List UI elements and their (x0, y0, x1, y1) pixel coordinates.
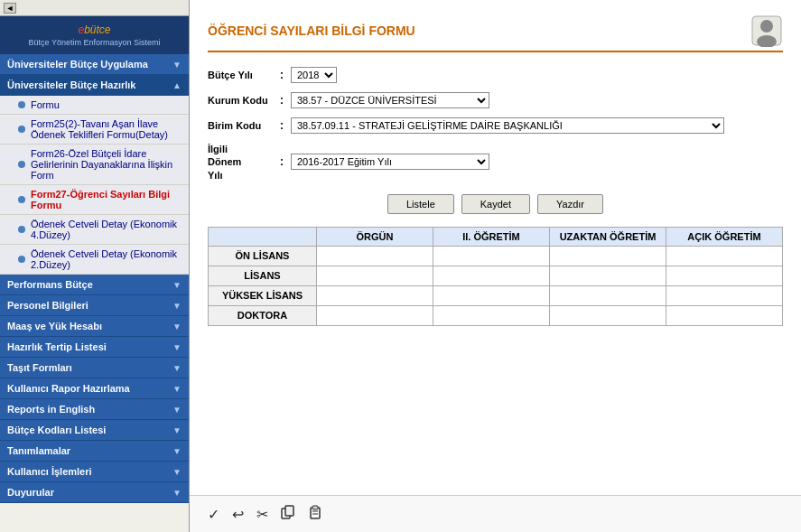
cell-onlisans-orgun[interactable] (317, 246, 433, 266)
toolbar-paste-button[interactable] (304, 503, 326, 525)
input-lisans-uzaktan[interactable] (557, 270, 658, 282)
table-header-orgun: ÖRGÜN (317, 227, 433, 246)
sidebar-item-label: Üniversiteler Bütçe Hazırlık (7, 79, 135, 90)
kurum-kodu-colon: : (280, 94, 284, 107)
dot-icon (18, 196, 25, 203)
input-onlisans-ii[interactable] (441, 250, 542, 262)
sidebar-sub-item-odenek2[interactable]: Ödenek Cetveli Detay (Ekonomik 2.Düzey) (0, 245, 189, 275)
cell-yuksek-orgun[interactable] (317, 285, 433, 305)
table-row: YÜKSEK LİSANS (209, 285, 783, 305)
butce-yili-row: Bütçe Yılı : 2018 2017 2019 (208, 67, 783, 83)
sidebar-sub-item-odenek4[interactable]: Ödenek Cetveli Detay (Ekonomik 4.Düzey) (0, 215, 189, 245)
chevron-down-icon: ▼ (172, 446, 182, 456)
dot-icon (18, 101, 25, 108)
sidebar-item-kullanici-islemleri[interactable]: Kullanıcı İşlemleri ▼ (0, 462, 189, 482)
cell-doktora-uzaktan[interactable] (550, 305, 666, 325)
main-content: ÖĞRENCİ SAYILARI BİLGİ FORMU Bütçe Yılı … (190, 0, 801, 532)
cell-yuksek-acik[interactable] (666, 285, 783, 305)
input-doktora-ii[interactable] (441, 310, 542, 322)
input-yuksek-ii[interactable] (441, 290, 542, 302)
sidebar-item-hazirlik-tertip[interactable]: Hazırlık Tertip Listesi ▼ (0, 337, 189, 358)
birim-kodu-colon: : (280, 119, 284, 132)
cell-onlisans-acik[interactable] (666, 246, 783, 266)
sidebar-item-label: Performans Bütçe (7, 279, 93, 290)
table-header-uzaktan: UZAKTAN ÖĞRETİM (550, 227, 666, 246)
sidebar-item-duyurular[interactable]: Duyurular ▼ (0, 482, 189, 503)
cell-yuksek-ii[interactable] (433, 285, 550, 305)
sidebar-sub-item-form26[interactable]: Form26-Özel Bütçeli İdare Gelirlerinin D… (0, 145, 189, 185)
toolbar-cut-button[interactable]: ✂ (253, 504, 272, 525)
toolbar-copy-button[interactable] (277, 503, 299, 525)
input-onlisans-uzaktan[interactable] (557, 250, 658, 262)
sidebar-item-label: Duyurular (7, 487, 54, 498)
chevron-down-icon: ▼ (172, 488, 182, 498)
cell-onlisans-uzaktan[interactable] (550, 246, 666, 266)
input-doktora-acik[interactable] (674, 310, 775, 322)
sidebar-item-label: Tanımlamalar (7, 445, 70, 456)
input-yuksek-orgun[interactable] (324, 290, 425, 302)
kurum-kodu-value: 38.57 - DÜZCE ÜNİVERSİTESİ (291, 92, 489, 108)
sidebar-item-kullanici-rapor[interactable]: Kullanıcı Rapor Hazırlama ▼ (0, 378, 189, 399)
cell-doktora-orgun[interactable] (317, 305, 433, 325)
form-title: ÖĞRENCİ SAYILARI BİLGİ FORMU (208, 14, 783, 52)
input-yuksek-uzaktan[interactable] (557, 290, 658, 302)
sidebar-item-label: Personel Bilgileri (7, 300, 88, 311)
chevron-down-icon: ▼ (172, 363, 182, 373)
sidebar-item-reports-english[interactable]: Reports in English ▼ (0, 399, 189, 420)
table-row: DOKTORA (209, 305, 783, 325)
table-header-acik: AÇIK ÖĞRETİM (666, 227, 783, 246)
input-lisans-acik[interactable] (674, 270, 775, 282)
birim-kodu-select[interactable]: 38.57.09.11 - STRATEJİ GELİŞTİRME DAİRE … (291, 117, 724, 134)
input-doktora-orgun[interactable] (324, 310, 425, 322)
sidebar-item-performans-butce[interactable]: Performans Bütçe ▼ (0, 275, 189, 295)
logo-area: ebütce Bütçe Yönetim Enformasyon Sistemi (0, 16, 189, 54)
sidebar-sub-item-formu[interactable]: Formu (0, 96, 189, 115)
chevron-down-icon: ▼ (172, 301, 182, 311)
kurum-kodu-select[interactable]: 38.57 - DÜZCE ÜNİVERSİTESİ (291, 92, 489, 108)
sidebar-item-univ-butce-hazirlik[interactable]: Üniversiteler Bütçe Hazırlık ▲ (0, 75, 189, 96)
ilgili-donem-select[interactable]: 2016-2017 Eğitim Yılı 2015-2016 Eğitim Y… (291, 154, 489, 170)
sidebar-item-personel-bilgileri[interactable]: Personel Bilgileri ▼ (0, 295, 189, 316)
ilgili-donem-colon: : (280, 155, 284, 168)
sub-item-label: Form27-Öğrenci Sayıları Bilgi Formu (31, 189, 182, 210)
input-yuksek-acik[interactable] (674, 290, 775, 302)
sidebar: ◄ ebütce Bütçe Yönetim Enformasyon Siste… (0, 0, 190, 532)
cell-lisans-acik[interactable] (666, 266, 783, 285)
birim-kodu-label: Birim Kodu (208, 120, 280, 131)
cell-lisans-orgun[interactable] (317, 266, 433, 285)
input-lisans-ii[interactable] (441, 270, 542, 282)
kaydet-button[interactable]: Kaydet (461, 194, 530, 214)
dot-icon (18, 226, 25, 233)
row-label-yukseklisans: YÜKSEK LİSANS (209, 285, 317, 305)
cell-lisans-uzaktan[interactable] (550, 266, 666, 285)
sidebar-item-tanimlamalar[interactable]: Tanımlamalar ▼ (0, 441, 189, 462)
cell-lisans-ii[interactable] (433, 266, 550, 285)
cell-yuksek-uzaktan[interactable] (550, 285, 666, 305)
sidebar-item-univ-butce-uygulama[interactable]: Üniversiteler Bütçe Uygulama ▼ (0, 54, 189, 75)
sidebar-item-label: Bütçe Kodları Listesi (7, 425, 106, 435)
input-doktora-uzaktan[interactable] (557, 310, 658, 322)
cell-doktora-ii[interactable] (433, 305, 550, 325)
logo-subtitle: Bütçe Yönetim Enformasyon Sistemi (29, 38, 161, 47)
sidebar-sub-item-form27[interactable]: Form27-Öğrenci Sayıları Bilgi Formu (0, 185, 189, 215)
sidebar-sub-item-form25[interactable]: Form25(2)-Tavanı Aşan İlave Ödenek Tekli… (0, 115, 189, 145)
row-label-doktora: DOKTORA (209, 305, 317, 325)
butce-yili-select[interactable]: 2018 2017 2019 (291, 67, 337, 83)
sidebar-item-butce-kodlari[interactable]: Bütçe Kodları Listesi ▼ (0, 420, 189, 441)
input-onlisans-orgun[interactable] (324, 250, 425, 262)
sidebar-item-maas-yuk[interactable]: Maaş ve Yük Hesabı ▼ (0, 316, 189, 337)
bottom-toolbar: ✓ ↩ ✂ (190, 495, 801, 532)
nav-section: Üniversiteler Bütçe Uygulama ▼ Üniversit… (0, 54, 189, 532)
chevron-down-icon: ▼ (172, 405, 182, 415)
cell-onlisans-ii[interactable] (433, 246, 550, 266)
sidebar-item-tasit[interactable]: Taşıt Formları ▼ (0, 358, 189, 378)
input-onlisans-acik[interactable] (674, 250, 775, 262)
toolbar-check-button[interactable]: ✓ (204, 504, 223, 525)
cell-doktora-acik[interactable] (666, 305, 783, 325)
input-lisans-orgun[interactable] (324, 270, 425, 282)
sidebar-collapse-button[interactable]: ◄ (4, 3, 16, 14)
yazdir-button[interactable]: Yazdır (537, 194, 603, 214)
listele-button[interactable]: Listele (387, 194, 454, 214)
kurum-kodu-label: Kurum Kodu (208, 95, 280, 106)
toolbar-undo-button[interactable]: ↩ (228, 504, 247, 525)
